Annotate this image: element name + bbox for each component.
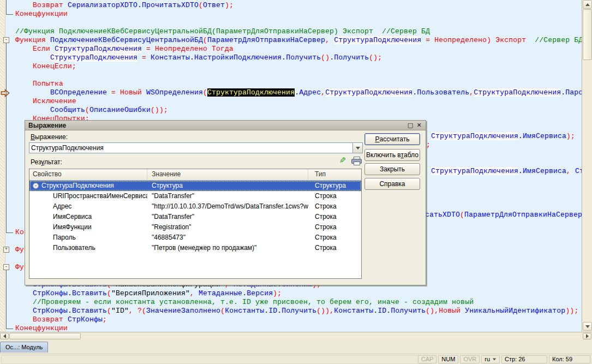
- edit-value-icon[interactable]: ✎: [338, 156, 348, 165]
- type-cell: Строка: [308, 201, 361, 212]
- fold-toggle[interactable]: +: [3, 247, 9, 253]
- horizontal-scrollbar[interactable]: [0, 332, 592, 340]
- type-cell: Строка: [308, 222, 361, 232]
- num-lock-indicator: NUM: [438, 355, 458, 363]
- collapse-expander-icon[interactable]: -: [33, 183, 39, 189]
- status-message-area: [1, 355, 432, 364]
- code-line: Если СтруктураПодключения = Неопределено…: [33, 45, 234, 53]
- vertical-scrollbar[interactable]: [582, 0, 592, 331]
- table-row[interactable]: Адрес"http://10.10.10.37/DemoTrd/ws/Data…: [29, 201, 361, 212]
- horizontal-scroll-thumb[interactable]: [9, 333, 81, 339]
- property-cell: Адрес: [29, 201, 147, 212]
- property-cell: Пароль: [29, 232, 147, 243]
- code-line: Конецфункции: [15, 10, 68, 19]
- dialog-title: Выражение: [28, 122, 406, 129]
- fold-toggle[interactable]: -: [3, 264, 9, 270]
- tab-module[interactable]: Ос...: Модуль: [0, 342, 48, 353]
- include-in-watch-button[interactable]: Включить в табло: [364, 149, 420, 161]
- code-line: СтруктураПодключения = Константы.Настрой…: [50, 53, 382, 62]
- type-cell: Строка: [308, 191, 361, 201]
- expression-dialog: Выражение □ ✕ Выражение: Результат: ✎ Св…: [25, 120, 426, 285]
- maximize-button[interactable]: □: [406, 122, 415, 129]
- language-selector[interactable]: ru: [481, 355, 500, 363]
- expression-label: Выражение:: [31, 133, 68, 141]
- result-table-body: -СтруктураПодключенияСтруктураСтруктураU…: [29, 181, 361, 253]
- type-cell: Строка: [308, 212, 361, 222]
- cursor-column-indicator: Кол: 59: [549, 355, 590, 363]
- current-line-marker: [1, 89, 10, 97]
- table-row[interactable]: -СтруктураПодключенияСтруктураСтруктура: [29, 181, 361, 191]
- fold-bracket-line: [6, 0, 7, 14]
- code-line: //Функция ПодключениеКВебСервисуЦентраль…: [15, 27, 430, 36]
- value-cell: "http://10.10.10.37/DemoTrd/ws/DataTrans…: [147, 201, 308, 212]
- column-header-property[interactable]: Свойство: [29, 169, 147, 180]
- help-button[interactable]: Справка: [364, 178, 420, 190]
- code-line: Функция ПодключениеКВебСервисуЦентрально…: [15, 36, 582, 45]
- fold-bracket-line: [6, 270, 7, 329]
- table-row[interactable]: URIПространстваИменСервиса"DataTransfer"…: [29, 191, 361, 201]
- code-line: СтруктураПодключения.ИмяСервиса, Стр: [431, 167, 582, 176]
- fold-bracket-line: [6, 43, 7, 232]
- status-bar: CAP NUM OVR ru Стр: 26 Кол: 59: [0, 354, 592, 364]
- code-line: Сообщить(ОписаниеОшибки());: [50, 106, 168, 115]
- value-cell: "46885473": [147, 232, 308, 243]
- property-cell: URIПространстваИменСервиса: [29, 191, 147, 201]
- table-row[interactable]: Пользователь"Петров (менеджер по продажа…: [29, 243, 361, 253]
- code-line: Возврат СтрКонфы;: [33, 315, 107, 324]
- code-line: Конецфункции: [15, 324, 68, 332]
- dialog-titlebar[interactable]: Выражение □ ✕: [25, 121, 426, 130]
- code-line: Возврат СериализаторXDTO.ПрочитатьXDTO(О…: [33, 1, 234, 10]
- property-cell: ИмяФункции: [29, 222, 147, 232]
- fold-bracket-end: [6, 232, 13, 233]
- scroll-right-button[interactable]: [583, 333, 591, 339]
- scroll-down-button[interactable]: [583, 322, 592, 331]
- column-header-value[interactable]: Значение: [147, 169, 308, 180]
- scroll-left-button[interactable]: [0, 333, 9, 339]
- property-cell: Пользователь: [29, 243, 147, 253]
- code-line: СтруктураПодключения.ИмяСервиса);: [431, 132, 575, 141]
- app-window: { "editor": { "lines": [ {"y":2,"x":60,"…: [0, 0, 592, 364]
- fold-toggle[interactable]: -: [3, 37, 9, 43]
- code-line: Попытка: [33, 80, 63, 88]
- table-row[interactable]: ИмяФункции"Registration"Строка: [29, 222, 361, 232]
- value-cell: "Registration": [147, 222, 308, 232]
- expression-input[interactable]: [29, 143, 352, 153]
- document-tabbar: Ос...: Модуль: [0, 339, 592, 354]
- cursor-line-indicator: Стр: 26: [501, 355, 547, 363]
- code-line: сатьXDTO(ПараметрДляОтправкиНаСервер: [425, 211, 582, 219]
- expression-combobox[interactable]: [29, 142, 363, 153]
- type-cell: Строка: [308, 243, 361, 253]
- code-line: //Проверяем - если константа установленн…: [33, 298, 474, 307]
- language-dropdown-icon: [493, 359, 496, 361]
- type-cell: Структура: [308, 181, 361, 191]
- code-line: СтрКонфы.Вставить("ID", ?(ЗначениеЗаполн…: [33, 307, 578, 315]
- code-line: Исключение: [33, 97, 76, 106]
- code-line: СтрКонфы.Вставить("ВерсияПриложения", Ме…: [33, 289, 282, 298]
- vertical-scroll-thumb[interactable]: [583, 9, 592, 60]
- close-button[interactable]: Закрыть: [364, 163, 420, 175]
- table-row[interactable]: Пароль"46885473"Строка: [29, 232, 361, 243]
- code-line: КонецЕсли;: [33, 62, 76, 71]
- code-line: ;: [426, 141, 430, 150]
- scroll-up-button[interactable]: [583, 0, 592, 9]
- value-cell: "DataTransfer": [147, 212, 308, 222]
- property-cell: ИмяСервиса: [29, 212, 147, 222]
- code-line: ВСОпределение = Новый WSОпределения(Стру…: [50, 88, 582, 97]
- result-table-header[interactable]: Свойство Значение Тип: [29, 169, 361, 181]
- result-table[interactable]: Свойство Значение Тип -СтруктураПодключе…: [29, 169, 362, 279]
- caps-lock-indicator: CAP: [418, 355, 437, 363]
- table-row[interactable]: ИмяСервиса"DataTransfer"Строка: [29, 212, 361, 222]
- property-cell: СтруктураПодключения: [29, 181, 147, 191]
- value-cell: "Петров (менеджер по продажам)": [147, 243, 308, 253]
- value-cell: Структура: [147, 181, 308, 191]
- value-cell: "DataTransfer": [147, 191, 308, 201]
- close-window-button[interactable]: ✕: [415, 122, 423, 129]
- type-cell: Строка: [308, 232, 361, 243]
- print-icon[interactable]: [351, 157, 361, 165]
- result-label: Результат:: [31, 158, 62, 166]
- overwrite-indicator: OVR: [460, 355, 480, 363]
- combo-dropdown-button[interactable]: [352, 143, 362, 153]
- fold-bracket-end: [6, 14, 13, 15]
- column-header-type[interactable]: Тип: [308, 169, 361, 180]
- calculate-button[interactable]: Рассчитать: [364, 133, 420, 145]
